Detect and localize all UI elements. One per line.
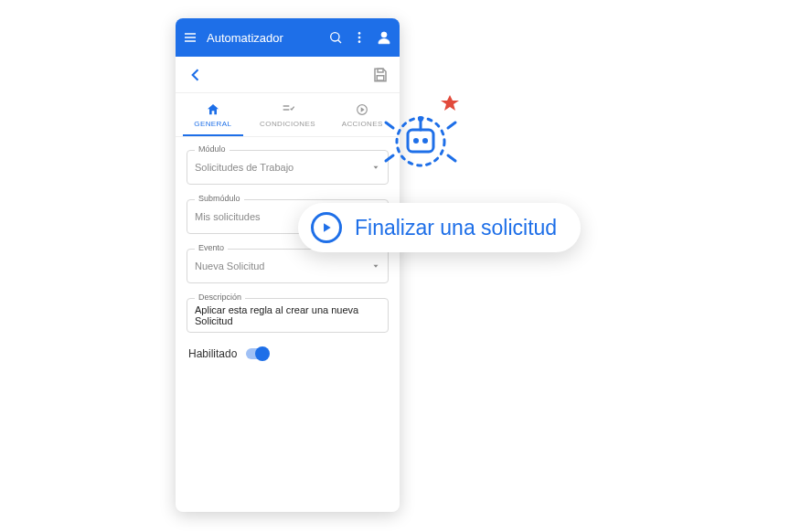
home-icon <box>206 102 220 117</box>
callout-text: Finalizar una solicitud <box>355 216 557 240</box>
svg-point-23 <box>418 116 423 122</box>
svg-point-21 <box>422 138 428 144</box>
field-evento[interactable]: Evento Nueva Solicitud <box>187 249 389 283</box>
field-label: Submódulo <box>195 194 244 203</box>
field-label: Evento <box>195 243 228 252</box>
svg-marker-14 <box>361 107 365 112</box>
tab-general[interactable]: GENERAL <box>176 93 251 136</box>
svg-point-20 <box>413 138 419 144</box>
callout-chip[interactable]: Finalizar una solicitud <box>298 203 581 252</box>
svg-point-6 <box>358 37 360 38</box>
field-modulo[interactable]: Módulo Solicitudes de Trabajo <box>187 150 389 185</box>
sub-bar <box>176 57 400 93</box>
svg-point-8 <box>381 32 387 37</box>
menu-icon[interactable] <box>183 30 198 45</box>
chevron-down-icon <box>371 261 380 271</box>
toggle-habilitado: Habilitado <box>187 347 389 360</box>
robot-illustration <box>366 91 475 192</box>
app-title: Automatizador <box>207 31 283 45</box>
save-icon[interactable] <box>372 67 389 83</box>
field-label: Descripción <box>195 293 245 302</box>
tab-label: GENERAL <box>194 120 231 128</box>
toggle-label: Habilitado <box>188 347 237 360</box>
svg-rect-9 <box>378 69 383 72</box>
tab-condiciones[interactable]: CONDICIONES <box>251 93 326 136</box>
field-value: Solicitudes de Trabajo <box>195 162 371 173</box>
svg-point-7 <box>358 41 360 43</box>
tab-label: CONDICIONES <box>260 120 315 128</box>
field-value: Nueva Solicitud <box>195 261 371 271</box>
toggle-switch[interactable] <box>246 348 268 359</box>
more-icon[interactable] <box>352 30 367 45</box>
field-descripcion[interactable]: Descripción Aplicar esta regla al crear … <box>187 298 389 333</box>
svg-rect-10 <box>377 75 384 80</box>
back-icon[interactable] <box>187 66 205 84</box>
app-bar: Automatizador <box>176 18 400 57</box>
svg-point-3 <box>331 33 339 41</box>
svg-marker-17 <box>374 265 379 268</box>
svg-marker-24 <box>324 223 331 231</box>
svg-rect-19 <box>408 130 433 152</box>
field-label: Módulo <box>195 144 230 154</box>
play-icon <box>311 212 342 243</box>
svg-point-5 <box>358 32 360 34</box>
svg-line-4 <box>338 40 341 43</box>
field-value: Aplicar esta regla al crear una nueva So… <box>195 304 380 326</box>
account-icon[interactable] <box>376 29 392 46</box>
search-icon[interactable] <box>328 30 343 45</box>
conditions-icon <box>281 102 295 117</box>
